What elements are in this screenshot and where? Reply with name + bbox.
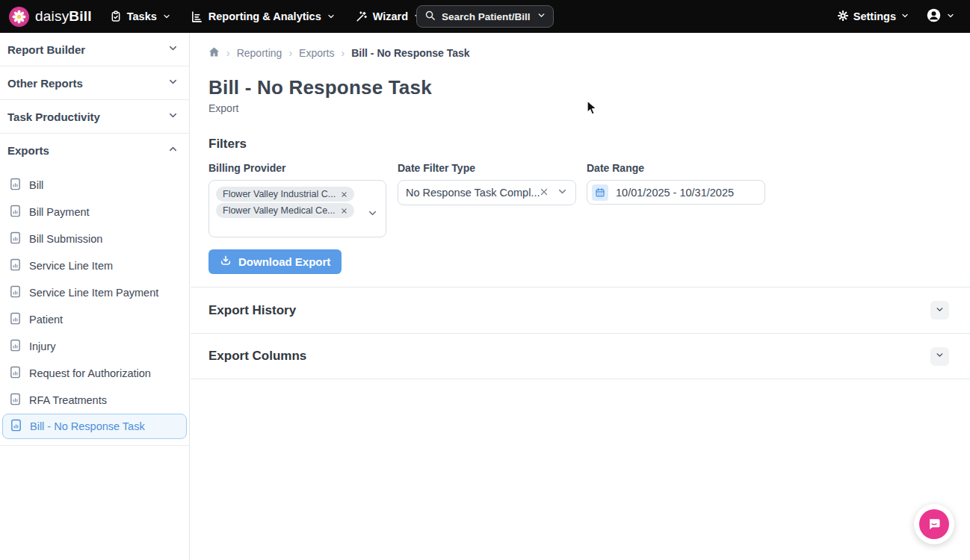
chevron-down-icon <box>327 12 336 21</box>
nav-menu-reporting-analytics[interactable]: Reporting & Analytics <box>191 10 336 23</box>
home-icon[interactable] <box>208 46 220 60</box>
sidebar-item-request-for-authorization[interactable]: Request for Authorization <box>0 360 189 387</box>
sidebar-section-report-builder[interactable]: Report Builder <box>0 33 189 66</box>
breadcrumb-separator: › <box>288 47 292 59</box>
date-range-input[interactable]: 10/01/2025 - 10/31/2025 <box>587 180 765 205</box>
date-filter-type-value: No Response Task Compl... <box>406 187 540 199</box>
page-title: Bill - No Response Task <box>191 60 970 99</box>
download-export-label: Download Export <box>238 255 330 268</box>
sidebar-item-bill-submission[interactable]: Bill Submission <box>0 225 189 252</box>
sidebar-item-bill-no-response-task[interactable]: Bill - No Response Task <box>2 414 187 439</box>
sidebar-item-label: Bill Submission <box>29 233 102 245</box>
sidebar-item-label: Service Line Item <box>29 260 113 272</box>
chevron-down-icon[interactable] <box>557 186 568 200</box>
filter-date-range: Date Range 10/01/2025 - 10/31/2025 <box>587 162 764 237</box>
chat-launcher-button[interactable] <box>914 504 954 544</box>
breadcrumb-separator: › <box>342 47 345 59</box>
brand-logo[interactable]: daisyBill <box>9 7 92 27</box>
filter-date-filter-type: Date Filter Type No Response Task Compl.… <box>398 162 575 237</box>
clear-selection-icon[interactable] <box>540 186 549 199</box>
billing-provider-chip: Flower Valley Industrial C... <box>216 187 354 202</box>
nav-menu-account[interactable] <box>926 7 955 26</box>
remove-chip-icon[interactable] <box>341 208 347 214</box>
chevron-down-icon[interactable] <box>367 208 378 222</box>
chevron-down-icon <box>935 350 945 362</box>
sidebar: Report Builder Other Reports Task Produc… <box>0 33 190 560</box>
sidebar-item-bill[interactable]: Bill <box>0 172 189 199</box>
nav-menu-label: Reporting & Analytics <box>208 10 321 22</box>
nav-menus: Tasks Reporting & Analytics <box>110 10 422 23</box>
sidebar-item-patient[interactable]: Patient <box>0 306 189 333</box>
export-columns-toggle-button[interactable] <box>930 347 949 366</box>
download-export-button[interactable]: Download Export <box>208 249 342 274</box>
export-history-toggle-button[interactable] <box>930 301 949 320</box>
main-content: › Reporting › Exports › Bill - No Respon… <box>191 33 970 560</box>
export-history-title: Export History <box>208 303 296 318</box>
nav-menu-label: Wizard <box>373 10 408 22</box>
export-columns-section: Export Columns <box>191 333 970 379</box>
sidebar-item-label: Bill <box>29 179 43 191</box>
sidebar-item-service-line-item[interactable]: Service Line Item <box>0 252 189 279</box>
billing-provider-multiselect[interactable]: Flower Valley Industrial C... Flower Val… <box>208 180 386 237</box>
sidebar-section-task-productivity[interactable]: Task Productivity <box>0 100 189 134</box>
sidebar-item-label: RFA Treatments <box>29 394 107 406</box>
daisy-flower-icon <box>9 7 29 27</box>
chat-bubble-icon <box>919 509 949 539</box>
document-chart-icon <box>10 285 21 300</box>
breadcrumb-link-exports[interactable]: Exports <box>299 47 334 59</box>
search-icon <box>424 10 436 24</box>
remove-chip-icon[interactable] <box>341 191 347 198</box>
nav-menu-tasks[interactable]: Tasks <box>110 10 171 22</box>
date-filter-type-select[interactable]: No Response Task Compl... <box>398 180 576 205</box>
magic-wand-icon <box>355 10 368 23</box>
breadcrumb-separator: › <box>226 47 230 59</box>
global-search[interactable]: Search Patient/Bill <box>416 5 554 28</box>
chevron-up-icon <box>167 143 179 158</box>
document-chart-icon <box>10 205 21 220</box>
calendar-icon <box>592 184 608 201</box>
billing-provider-label: Billing Provider <box>208 162 386 174</box>
app-window: daisyBill Tasks <box>0 0 970 560</box>
sidebar-item-service-line-item-payment[interactable]: Service Line Item Payment <box>0 279 189 306</box>
search-label: Search Patient/Bill <box>442 11 531 22</box>
sidebar-item-label: Service Line Item Payment <box>29 287 158 299</box>
settings-label: Settings <box>853 10 896 22</box>
nav-menu-settings[interactable]: Settings <box>837 10 909 24</box>
nav-menu-wizard[interactable]: Wizard <box>355 10 422 23</box>
sidebar-item-label: Request for Authorization <box>29 367 151 379</box>
exports-list: Bill Bill Payment Bill Submission Servic… <box>0 167 189 446</box>
document-chart-icon <box>10 178 21 193</box>
document-chart-icon <box>10 393 21 408</box>
billing-provider-chip: Flower Valley Medical Ce... <box>216 203 354 218</box>
breadcrumb-current: Bill - No Response Task <box>351 47 469 59</box>
nav-menu-label: Tasks <box>127 10 157 22</box>
filter-billing-provider: Billing Provider Flower Valley Industria… <box>208 162 386 237</box>
sidebar-item-label: Bill Payment <box>29 206 90 218</box>
section-label: Exports <box>7 144 49 157</box>
document-chart-icon <box>10 366 21 381</box>
user-circle-icon <box>926 7 942 26</box>
chevron-down-icon <box>935 305 945 317</box>
bar-chart-icon <box>191 10 203 23</box>
section-label: Report Builder <box>7 43 85 56</box>
sidebar-item-rfa-treatments[interactable]: RFA Treatments <box>0 387 189 414</box>
chevron-down-icon <box>162 12 171 21</box>
date-range-label: Date Range <box>587 162 764 174</box>
sidebar-section-exports[interactable]: Exports <box>0 134 189 167</box>
sidebar-item-bill-payment[interactable]: Bill Payment <box>0 199 189 225</box>
filters-heading: Filters <box>191 114 970 152</box>
brand-name: daisyBill <box>35 8 92 25</box>
breadcrumb: › Reporting › Exports › Bill - No Respon… <box>191 33 970 60</box>
date-filter-type-label: Date Filter Type <box>398 162 575 174</box>
sidebar-item-label: Injury <box>29 340 55 352</box>
export-columns-title: Export Columns <box>208 349 306 364</box>
sidebar-item-injury[interactable]: Injury <box>0 333 189 360</box>
date-range-value: 10/01/2025 - 10/31/2025 <box>616 187 734 199</box>
sidebar-section-other-reports[interactable]: Other Reports <box>0 66 189 100</box>
breadcrumb-link-reporting[interactable]: Reporting <box>237 47 282 59</box>
chevron-down-icon <box>946 10 955 23</box>
download-tray-icon <box>220 255 232 269</box>
clipboard-check-icon <box>110 10 122 22</box>
document-chart-icon <box>10 258 21 273</box>
page-subtitle: Export <box>191 99 970 114</box>
